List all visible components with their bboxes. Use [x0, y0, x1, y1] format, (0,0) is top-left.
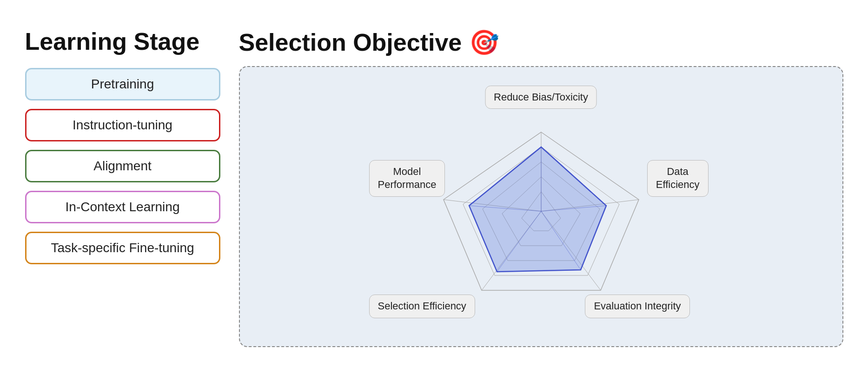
stage-pretraining: Pretraining — [25, 68, 220, 100]
stage-instruction: Instruction-tuning — [25, 109, 220, 141]
stage-incontext: In-Context Learning — [25, 191, 220, 223]
left-panel: Learning Stage Pretraining Instruction-t… — [25, 28, 220, 273]
left-title: Learning Stage — [25, 28, 220, 55]
svg-marker-10 — [469, 147, 606, 272]
target-icon: 🎯 — [469, 28, 499, 57]
stage-alignment: Alignment — [25, 150, 220, 182]
radar-container: Reduce Bias/Toxicity DataEfficiency Eval… — [239, 66, 843, 347]
stage-taskspecific: Task-specific Fine-tuning — [25, 232, 220, 264]
main-container: Learning Stage Pretraining Instruction-t… — [16, 14, 853, 361]
radar-chart — [425, 123, 657, 300]
label-reduce-bias: Reduce Bias/Toxicity — [485, 86, 597, 109]
radar-wrapper: Reduce Bias/Toxicity DataEfficiency Eval… — [378, 86, 704, 328]
right-panel: Selection Objective 🎯 Reduce Bias/Toxici… — [239, 28, 843, 347]
right-title: Selection Objective 🎯 — [239, 28, 843, 57]
